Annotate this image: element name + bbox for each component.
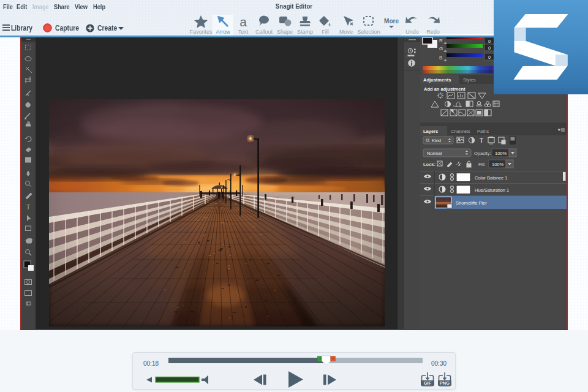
svg-text:Channels: Channels (451, 129, 470, 134)
svg-text:100%: 100% (495, 151, 507, 156)
svg-text:Add an adjustment: Add an adjustment (424, 86, 466, 92)
svg-text:Paths: Paths (477, 129, 489, 134)
svg-text:G: G (439, 46, 443, 51)
svg-text:GIF: GIF (424, 380, 432, 386)
svg-text:More: More (384, 18, 399, 24)
svg-text:Layers: Layers (423, 129, 438, 134)
svg-text:B: B (439, 55, 442, 61)
svg-text:Fill:: Fill: (478, 162, 486, 167)
svg-text:a: a (239, 15, 247, 28)
svg-text:PNG: PNG (440, 380, 450, 386)
svg-text:0: 0 (488, 55, 491, 60)
svg-text:Lock:: Lock: (423, 162, 435, 167)
svg-text:R: R (439, 38, 443, 43)
svg-text:Color Balance 1: Color Balance 1 (475, 175, 507, 181)
svg-text:0: 0 (488, 39, 491, 44)
svg-text:Styles: Styles (463, 77, 476, 83)
svg-text:Kind: Kind (432, 138, 441, 143)
svg-text:T: T (480, 137, 483, 144)
svg-text:Normal: Normal (427, 151, 442, 156)
svg-text:T: T (26, 203, 31, 211)
svg-text:Shorncliffe Pier: Shorncliffe Pier (456, 200, 487, 206)
svg-text:Hue/Saturation 1: Hue/Saturation 1 (475, 187, 509, 193)
svg-text:Opacity:: Opacity: (474, 151, 491, 156)
svg-text:100%: 100% (492, 162, 504, 167)
svg-text:Adjustments: Adjustments (423, 77, 451, 83)
svg-text:0: 0 (488, 45, 491, 51)
